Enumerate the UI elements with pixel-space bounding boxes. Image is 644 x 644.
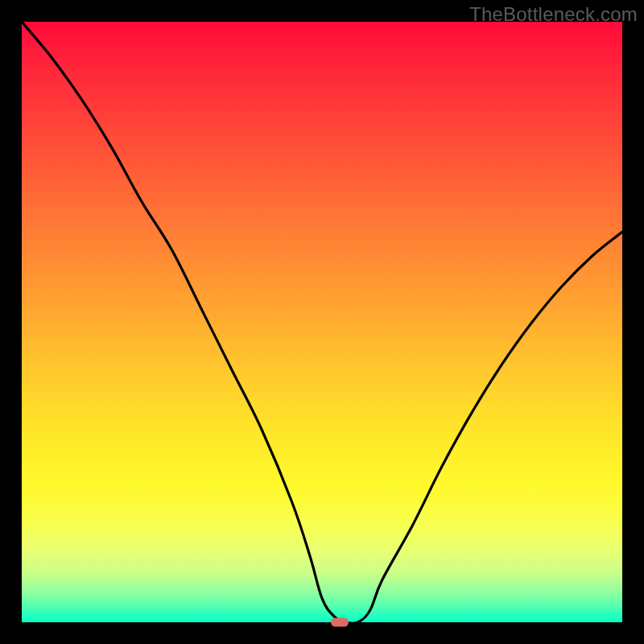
- min-marker: [331, 618, 349, 627]
- plot-area: [22, 22, 622, 622]
- bottleneck-curve: [22, 22, 622, 624]
- chart-frame: TheBottleneck.com: [0, 0, 644, 644]
- curve-svg: [22, 22, 622, 622]
